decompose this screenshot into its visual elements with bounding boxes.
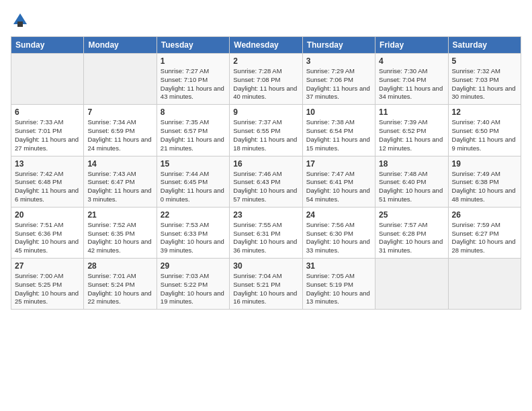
calendar-cell: 23Sunrise: 7:55 AM Sunset: 6:31 PM Dayli… xyxy=(230,207,302,258)
calendar-cell: 15Sunrise: 7:44 AM Sunset: 6:45 PM Dayli… xyxy=(157,156,229,207)
calendar-header-tuesday: Tuesday xyxy=(157,37,229,54)
calendar-header-row: SundayMondayTuesdayWednesdayThursdayFrid… xyxy=(11,37,521,54)
calendar-cell: 4Sunrise: 7:30 AM Sunset: 7:04 PM Daylig… xyxy=(375,54,448,105)
day-info: Sunrise: 7:30 AM Sunset: 7:04 PM Dayligh… xyxy=(379,67,444,101)
calendar-cell: 1Sunrise: 7:27 AM Sunset: 7:10 PM Daylig… xyxy=(157,54,229,105)
calendar-cell: 17Sunrise: 7:47 AM Sunset: 6:41 PM Dayli… xyxy=(302,156,375,207)
calendar-cell: 11Sunrise: 7:39 AM Sunset: 6:52 PM Dayli… xyxy=(375,105,448,156)
calendar-cell: 28Sunrise: 7:01 AM Sunset: 5:24 PM Dayli… xyxy=(84,259,157,310)
day-number: 22 xyxy=(161,210,226,220)
day-info: Sunrise: 7:40 AM Sunset: 6:50 PM Dayligh… xyxy=(452,118,517,152)
day-info: Sunrise: 7:35 AM Sunset: 6:57 PM Dayligh… xyxy=(161,118,226,152)
calendar-week-row: 27Sunrise: 7:00 AM Sunset: 5:25 PM Dayli… xyxy=(11,259,521,310)
day-number: 9 xyxy=(233,107,298,117)
day-info: Sunrise: 7:53 AM Sunset: 6:33 PM Dayligh… xyxy=(161,221,226,255)
day-number: 7 xyxy=(87,107,152,117)
calendar-cell: 2Sunrise: 7:28 AM Sunset: 7:08 PM Daylig… xyxy=(230,54,302,105)
day-info: Sunrise: 7:46 AM Sunset: 6:43 PM Dayligh… xyxy=(233,170,298,204)
day-number: 4 xyxy=(379,56,444,66)
calendar-cell: 10Sunrise: 7:38 AM Sunset: 6:54 PM Dayli… xyxy=(302,105,375,156)
day-info: Sunrise: 7:42 AM Sunset: 6:48 PM Dayligh… xyxy=(15,170,80,204)
calendar-cell: 6Sunrise: 7:33 AM Sunset: 7:01 PM Daylig… xyxy=(11,105,84,156)
day-info: Sunrise: 7:27 AM Sunset: 7:10 PM Dayligh… xyxy=(161,67,226,101)
calendar-cell: 25Sunrise: 7:57 AM Sunset: 6:28 PM Dayli… xyxy=(375,207,448,258)
calendar-week-row: 20Sunrise: 7:51 AM Sunset: 6:36 PM Dayli… xyxy=(11,207,521,258)
calendar-cell: 9Sunrise: 7:37 AM Sunset: 6:55 PM Daylig… xyxy=(230,105,302,156)
day-number: 6 xyxy=(15,107,80,117)
day-info: Sunrise: 7:32 AM Sunset: 7:03 PM Dayligh… xyxy=(452,67,517,101)
calendar-cell: 24Sunrise: 7:56 AM Sunset: 6:30 PM Dayli… xyxy=(302,207,375,258)
day-number: 25 xyxy=(379,210,444,220)
calendar-cell: 29Sunrise: 7:03 AM Sunset: 5:22 PM Dayli… xyxy=(157,259,229,310)
calendar-cell: 18Sunrise: 7:48 AM Sunset: 6:40 PM Dayli… xyxy=(375,156,448,207)
calendar-cell: 7Sunrise: 7:34 AM Sunset: 6:59 PM Daylig… xyxy=(84,105,157,156)
calendar-week-row: 1Sunrise: 7:27 AM Sunset: 7:10 PM Daylig… xyxy=(11,54,521,105)
day-info: Sunrise: 7:51 AM Sunset: 6:36 PM Dayligh… xyxy=(15,221,80,255)
day-number: 1 xyxy=(161,56,226,66)
calendar-header-thursday: Thursday xyxy=(302,37,375,54)
day-info: Sunrise: 7:03 AM Sunset: 5:22 PM Dayligh… xyxy=(161,272,226,306)
day-number: 5 xyxy=(452,56,517,66)
calendar-week-row: 6Sunrise: 7:33 AM Sunset: 7:01 PM Daylig… xyxy=(11,105,521,156)
calendar-cell: 30Sunrise: 7:04 AM Sunset: 5:21 PM Dayli… xyxy=(230,259,302,310)
calendar-cell: 21Sunrise: 7:52 AM Sunset: 6:35 PM Dayli… xyxy=(84,207,157,258)
day-number: 23 xyxy=(233,210,298,220)
day-info: Sunrise: 7:29 AM Sunset: 7:06 PM Dayligh… xyxy=(306,67,371,101)
day-number: 29 xyxy=(161,261,226,271)
calendar-cell: 8Sunrise: 7:35 AM Sunset: 6:57 PM Daylig… xyxy=(157,105,229,156)
day-info: Sunrise: 7:33 AM Sunset: 7:01 PM Dayligh… xyxy=(15,118,80,152)
calendar-cell: 12Sunrise: 7:40 AM Sunset: 6:50 PM Dayli… xyxy=(448,105,521,156)
day-number: 10 xyxy=(306,107,371,117)
day-number: 27 xyxy=(15,261,80,271)
day-info: Sunrise: 7:38 AM Sunset: 6:54 PM Dayligh… xyxy=(306,118,371,152)
day-info: Sunrise: 7:47 AM Sunset: 6:41 PM Dayligh… xyxy=(306,170,371,204)
svg-rect-1 xyxy=(17,21,23,27)
day-number: 18 xyxy=(379,159,444,169)
day-number: 15 xyxy=(161,159,226,169)
day-info: Sunrise: 7:57 AM Sunset: 6:28 PM Dayligh… xyxy=(379,221,444,255)
day-number: 8 xyxy=(161,107,226,117)
day-number: 20 xyxy=(15,210,80,220)
day-number: 24 xyxy=(306,210,371,220)
calendar-cell: 22Sunrise: 7:53 AM Sunset: 6:33 PM Dayli… xyxy=(157,207,229,258)
logo-icon xyxy=(11,11,30,30)
day-info: Sunrise: 7:55 AM Sunset: 6:31 PM Dayligh… xyxy=(233,221,298,255)
calendar-header-saturday: Saturday xyxy=(448,37,521,54)
day-number: 19 xyxy=(452,159,517,169)
day-info: Sunrise: 7:43 AM Sunset: 6:47 PM Dayligh… xyxy=(87,170,152,204)
day-number: 30 xyxy=(233,261,298,271)
calendar-cell: 20Sunrise: 7:51 AM Sunset: 6:36 PM Dayli… xyxy=(11,207,84,258)
calendar-header-wednesday: Wednesday xyxy=(230,37,302,54)
page-header xyxy=(11,11,521,30)
day-info: Sunrise: 7:05 AM Sunset: 5:19 PM Dayligh… xyxy=(306,272,371,306)
calendar-header-monday: Monday xyxy=(84,37,157,54)
day-number: 12 xyxy=(452,107,517,117)
day-info: Sunrise: 7:34 AM Sunset: 6:59 PM Dayligh… xyxy=(87,118,152,152)
day-info: Sunrise: 7:04 AM Sunset: 5:21 PM Dayligh… xyxy=(233,272,298,306)
day-number: 3 xyxy=(306,56,371,66)
calendar-cell: 3Sunrise: 7:29 AM Sunset: 7:06 PM Daylig… xyxy=(302,54,375,105)
logo xyxy=(11,11,32,30)
day-number: 16 xyxy=(233,159,298,169)
day-info: Sunrise: 7:52 AM Sunset: 6:35 PM Dayligh… xyxy=(87,221,152,255)
calendar-cell xyxy=(448,259,521,310)
calendar-cell: 14Sunrise: 7:43 AM Sunset: 6:47 PM Dayli… xyxy=(84,156,157,207)
day-info: Sunrise: 7:37 AM Sunset: 6:55 PM Dayligh… xyxy=(233,118,298,152)
calendar-cell: 31Sunrise: 7:05 AM Sunset: 5:19 PM Dayli… xyxy=(302,259,375,310)
calendar-week-row: 13Sunrise: 7:42 AM Sunset: 6:48 PM Dayli… xyxy=(11,156,521,207)
day-info: Sunrise: 7:48 AM Sunset: 6:40 PM Dayligh… xyxy=(379,170,444,204)
day-number: 14 xyxy=(87,159,152,169)
day-info: Sunrise: 7:01 AM Sunset: 5:24 PM Dayligh… xyxy=(87,272,152,306)
calendar-cell xyxy=(375,259,448,310)
day-info: Sunrise: 7:56 AM Sunset: 6:30 PM Dayligh… xyxy=(306,221,371,255)
day-number: 21 xyxy=(87,210,152,220)
calendar-cell: 16Sunrise: 7:46 AM Sunset: 6:43 PM Dayli… xyxy=(230,156,302,207)
day-info: Sunrise: 7:28 AM Sunset: 7:08 PM Dayligh… xyxy=(233,67,298,101)
day-info: Sunrise: 7:49 AM Sunset: 6:38 PM Dayligh… xyxy=(452,170,517,204)
calendar-cell: 27Sunrise: 7:00 AM Sunset: 5:25 PM Dayli… xyxy=(11,259,84,310)
day-number: 2 xyxy=(233,56,298,66)
calendar-cell: 19Sunrise: 7:49 AM Sunset: 6:38 PM Dayli… xyxy=(448,156,521,207)
day-number: 13 xyxy=(15,159,80,169)
day-number: 26 xyxy=(452,210,517,220)
calendar-cell xyxy=(11,54,84,105)
